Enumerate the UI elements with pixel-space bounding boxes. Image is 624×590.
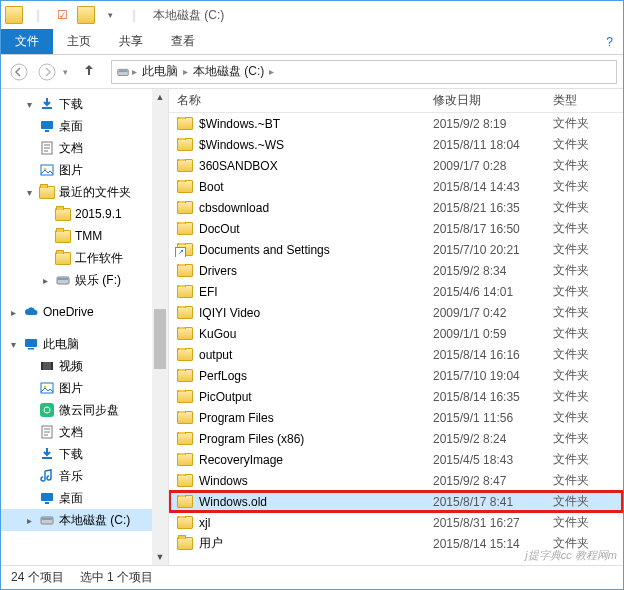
table-row[interactable]: Documents and Settings2015/7/10 20:21文件夹: [169, 239, 623, 260]
tree-node[interactable]: ▸OneDrive: [1, 301, 168, 323]
nav-tree[interactable]: ▾下载桌面文档图片▾最近的文件夹2015.9.1TMM工作软件▸娱乐 (F:)▸…: [1, 89, 169, 565]
forward-button[interactable]: [35, 60, 59, 84]
breadcrumb[interactable]: 本地磁盘 (C:): [190, 63, 267, 80]
tree-node[interactable]: 微云同步盘: [1, 399, 168, 421]
table-row[interactable]: 360SANDBOX2009/1/7 0:28文件夹: [169, 155, 623, 176]
file-date: 2015/8/31 16:27: [425, 516, 545, 530]
tree-node[interactable]: 视频: [1, 355, 168, 377]
file-name: IQIYI Video: [199, 306, 260, 320]
tree-node[interactable]: 文档: [1, 421, 168, 443]
folder-icon: [177, 243, 193, 256]
qat-checkbox[interactable]: ☑: [53, 6, 71, 24]
window-title: 本地磁盘 (C:): [153, 7, 224, 24]
status-selected: 选中 1 个项目: [80, 569, 153, 586]
table-row[interactable]: Program Files2015/9/1 11:56文件夹: [169, 407, 623, 428]
table-row[interactable]: $Windows.~WS2015/8/11 18:04文件夹: [169, 134, 623, 155]
folder-icon: [177, 453, 193, 466]
table-row[interactable]: PicOutput2015/8/14 16:35文件夹: [169, 386, 623, 407]
tree-node[interactable]: 音乐: [1, 465, 168, 487]
up-button[interactable]: [81, 62, 103, 81]
file-date: 2015/9/2 8:19: [425, 117, 545, 131]
file-name: $Windows.~WS: [199, 138, 284, 152]
file-name: 360SANDBOX: [199, 159, 278, 173]
tree-scrollbar[interactable]: ▲ ▼: [152, 89, 168, 565]
file-type: 文件夹: [545, 514, 623, 531]
doc-icon: [39, 424, 55, 440]
svg-rect-5: [45, 130, 49, 132]
table-row[interactable]: output2015/8/14 16:16文件夹: [169, 344, 623, 365]
tab-share[interactable]: 共享: [105, 29, 157, 54]
file-name: PicOutput: [199, 390, 252, 404]
tree-node[interactable]: 图片: [1, 159, 168, 181]
table-row[interactable]: IQIYI Video2009/1/7 0:42文件夹: [169, 302, 623, 323]
qat-dropdown-icon[interactable]: ▾: [101, 6, 119, 24]
expand-icon[interactable]: ▾: [23, 187, 35, 198]
table-row[interactable]: Windows2015/9/2 8:47文件夹: [169, 470, 623, 491]
expand-icon[interactable]: ▸: [39, 275, 51, 286]
table-row[interactable]: Boot2015/8/14 14:43文件夹: [169, 176, 623, 197]
status-count: 24 个项目: [11, 569, 64, 586]
col-type[interactable]: 类型: [545, 92, 623, 109]
file-list[interactable]: 名称 修改日期 类型 $Windows.~BT2015/9/2 8:19文件夹$…: [169, 89, 623, 565]
table-row[interactable]: cbsdownload2015/8/21 16:35文件夹: [169, 197, 623, 218]
chevron-right-icon[interactable]: ▸: [183, 66, 188, 77]
table-row[interactable]: KuGou2009/1/1 0:59文件夹: [169, 323, 623, 344]
chevron-right-icon[interactable]: ▸: [269, 66, 274, 77]
expand-icon[interactable]: ▾: [23, 99, 35, 110]
col-date[interactable]: 修改日期: [425, 92, 545, 109]
table-row[interactable]: PerfLogs2015/7/10 19:04文件夹: [169, 365, 623, 386]
breadcrumb[interactable]: 此电脑: [139, 63, 181, 80]
tree-node[interactable]: 文档: [1, 137, 168, 159]
tree-node[interactable]: ▸娱乐 (F:): [1, 269, 168, 291]
tree-node[interactable]: 下载: [1, 443, 168, 465]
ribbon-tabs: 文件 主页 共享 查看 ?: [1, 29, 623, 55]
file-date: 2009/1/1 0:59: [425, 327, 545, 341]
tree-node[interactable]: ▾下载: [1, 93, 168, 115]
col-name[interactable]: 名称: [169, 92, 425, 109]
svg-point-0: [11, 64, 27, 80]
expand-icon[interactable]: ▸: [23, 515, 35, 526]
file-date: 2015/9/1 11:56: [425, 411, 545, 425]
file-type: 文件夹: [545, 367, 623, 384]
scroll-thumb[interactable]: [154, 309, 166, 369]
folder-icon: [177, 306, 193, 319]
tab-view[interactable]: 查看: [157, 29, 209, 54]
tab-file[interactable]: 文件: [1, 29, 53, 54]
video-icon: [39, 358, 55, 374]
tab-home[interactable]: 主页: [53, 29, 105, 54]
tree-node[interactable]: ▾此电脑: [1, 333, 168, 355]
chevron-right-icon[interactable]: ▸: [132, 66, 137, 77]
music-icon: [39, 468, 55, 484]
tree-node[interactable]: ▾最近的文件夹: [1, 181, 168, 203]
scroll-down-icon[interactable]: ▼: [152, 549, 168, 565]
tree-node[interactable]: 工作软件: [1, 247, 168, 269]
scroll-up-icon[interactable]: ▲: [152, 89, 168, 105]
table-row[interactable]: DocOut2015/8/17 16:50文件夹: [169, 218, 623, 239]
table-row[interactable]: Windows.old2015/8/17 8:41文件夹: [169, 491, 623, 512]
table-row[interactable]: EFI2015/4/6 14:01文件夹: [169, 281, 623, 302]
pic-icon: [39, 380, 55, 396]
table-row[interactable]: RecoveryImage2015/4/5 18:43文件夹: [169, 449, 623, 470]
tree-node[interactable]: 桌面: [1, 115, 168, 137]
qat-folder[interactable]: [77, 6, 95, 24]
help-icon[interactable]: ?: [596, 29, 623, 54]
expand-icon[interactable]: ▸: [7, 307, 19, 318]
tree-node[interactable]: 图片: [1, 377, 168, 399]
tree-node[interactable]: 桌面: [1, 487, 168, 509]
table-row[interactable]: Drivers2015/9/2 8:34文件夹: [169, 260, 623, 281]
history-dropdown-icon[interactable]: ▾: [63, 67, 77, 77]
file-name: $Windows.~BT: [199, 117, 280, 131]
tree-node[interactable]: 2015.9.1: [1, 203, 168, 225]
table-row[interactable]: $Windows.~BT2015/9/2 8:19文件夹: [169, 113, 623, 134]
table-row[interactable]: xjl2015/8/31 16:27文件夹: [169, 512, 623, 533]
back-button[interactable]: [7, 60, 31, 84]
folder-icon: [177, 390, 193, 403]
tree-node[interactable]: TMM: [1, 225, 168, 247]
tree-node[interactable]: ▸本地磁盘 (C:): [1, 509, 168, 531]
address-bar[interactable]: ▸ 此电脑 ▸ 本地磁盘 (C:) ▸: [111, 60, 617, 84]
download-icon: [39, 96, 55, 112]
file-name: KuGou: [199, 327, 236, 341]
table-row[interactable]: Program Files (x86)2015/9/2 8:24文件夹: [169, 428, 623, 449]
table-row[interactable]: 用户2015/8/14 15:14文件夹: [169, 533, 623, 554]
expand-icon[interactable]: ▾: [7, 339, 19, 350]
